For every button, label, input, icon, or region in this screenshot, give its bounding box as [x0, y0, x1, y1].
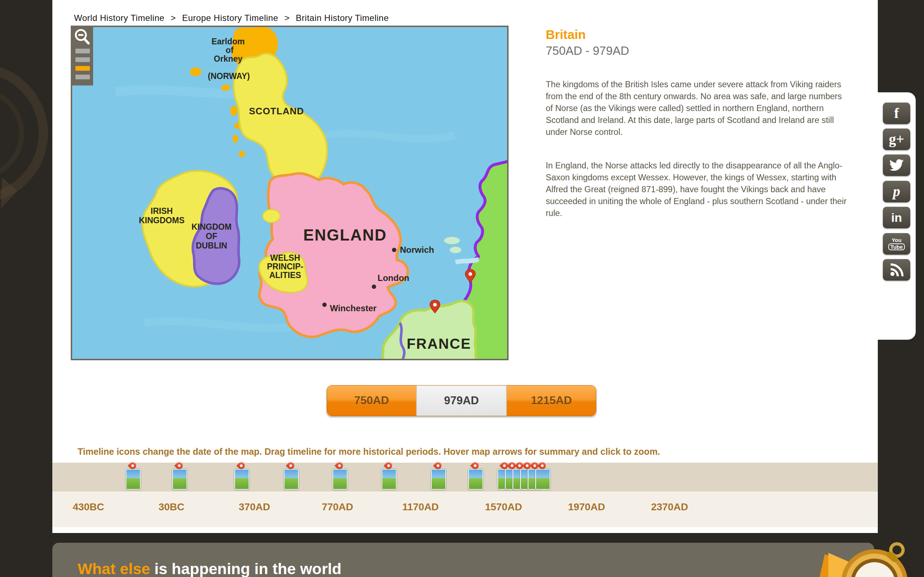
timeline-date: 1570AD: [478, 501, 529, 513]
breadcrumb: World History Timeline > Europe History …: [74, 13, 389, 23]
map-label-scotland: SCOTLAND: [249, 106, 304, 116]
timeline-date: 770AD: [312, 501, 363, 513]
zoom-level-bar[interactable]: [76, 49, 90, 53]
svg-text:Orkney: Orkney: [214, 54, 242, 63]
zoom-level-bar[interactable]: [76, 75, 90, 79]
zoom-level-bar[interactable]: [76, 57, 90, 62]
footer-highlight: What else: [78, 560, 150, 577]
timeline-hint: Timeline icons change the date of the ma…: [78, 446, 660, 457]
city-dot-winchester: [322, 303, 327, 307]
breadcrumb-europe[interactable]: Europe History Timeline: [182, 13, 278, 23]
map-zoom-control: [72, 27, 93, 85]
timeline-map-icon[interactable]: [381, 469, 397, 490]
breadcrumb-britain[interactable]: Britain History Timeline: [296, 13, 389, 23]
svg-text:DUBLIN: DUBLIN: [196, 241, 228, 250]
footer-heading: What else is happening in the world: [78, 560, 341, 577]
timeline-map-icon[interactable]: [172, 469, 187, 490]
margin-compass-decoration: [0, 36, 52, 259]
history-map[interactable]: Earldom of Orkney (NORWAY) SCOTLAND IRIS…: [71, 26, 509, 360]
map-canvas: Earldom of Orkney (NORWAY) SCOTLAND IRIS…: [72, 27, 507, 359]
rss-icon[interactable]: [883, 259, 910, 280]
svg-text:KINGDOMS: KINGDOMS: [139, 216, 185, 225]
timeline-date: 370AD: [229, 501, 280, 513]
footer-panel: What else is happening in the world: [52, 543, 874, 577]
map-label-norway: (NORWAY): [208, 71, 250, 81]
footer-rest: is happening in the world: [150, 560, 341, 577]
facebook-icon[interactable]: f: [883, 102, 910, 124]
twitter-bird-icon: [888, 159, 905, 171]
zoom-out-icon[interactable]: [72, 27, 93, 47]
period-button-979ad-selected[interactable]: 979AD: [416, 385, 507, 416]
timeline-map-icon[interactable]: [333, 469, 347, 490]
compass-illustration: [778, 540, 924, 577]
breadcrumb-separator: >: [284, 13, 290, 23]
youtube-icon[interactable]: You Tube: [883, 233, 910, 255]
timeline-date: 1170AD: [395, 501, 446, 513]
map-label-england: ENGLAND: [303, 226, 387, 244]
timeline-date: 430BC: [63, 501, 114, 513]
rss-waves-icon: [889, 263, 904, 276]
timeline-map-icon-cluster[interactable]: [535, 469, 551, 490]
map-label-france: FRANCE: [407, 336, 472, 351]
breadcrumb-separator: >: [171, 13, 176, 23]
period-button-group: 750AD 979AD 1215AD: [327, 385, 596, 416]
period-button-750ad[interactable]: 750AD: [327, 385, 416, 416]
linkedin-icon[interactable]: in: [883, 206, 910, 228]
map-label-welsh-principalities: WELSH: [270, 253, 300, 263]
city-label-london: London: [378, 273, 409, 283]
city-label-winchester: Winchester: [330, 303, 376, 313]
timeline-date: 30BC: [146, 501, 197, 513]
timeline-map-icon[interactable]: [468, 469, 483, 490]
svg-text:PRINCIP-: PRINCIP-: [267, 262, 304, 271]
description-paragraph: The kingdoms of the British Isles came u…: [546, 79, 849, 138]
zoom-level-bar-active[interactable]: [76, 66, 90, 71]
timeline-map-icon[interactable]: [234, 469, 249, 490]
breadcrumb-world[interactable]: World History Timeline: [74, 13, 165, 23]
map-label-kingdom-of-dublin: KINGDOM: [191, 222, 231, 232]
svg-text:OF: OF: [206, 232, 217, 241]
map-label-irish-kingdoms: IRISH: [150, 206, 173, 216]
timeline-map-icon[interactable]: [431, 469, 446, 490]
timeline-map-icon[interactable]: [284, 469, 299, 490]
city-label-norwich: Norwich: [400, 245, 434, 255]
timeline-date: 2370AD: [644, 501, 695, 513]
svg-text:ALITIES: ALITIES: [269, 271, 301, 280]
social-sidebar: f g+ p in You Tube: [878, 92, 916, 340]
map-label-orkney: Earldom: [212, 37, 245, 46]
period-range: 750AD - 979AD: [546, 44, 629, 58]
timeline-date: 1970AD: [561, 501, 612, 513]
page-title: Britain: [546, 27, 586, 42]
pinterest-icon[interactable]: p: [883, 181, 910, 202]
description-paragraph: In England, the Norse attacks led direct…: [546, 160, 849, 219]
timeline-map-icon[interactable]: [126, 469, 141, 490]
city-dot-london: [372, 285, 376, 289]
page: World History Timeline > Europe History …: [0, 0, 924, 577]
city-dot-norwich: [392, 248, 396, 252]
google-plus-icon[interactable]: g+: [883, 128, 910, 150]
twitter-icon[interactable]: [883, 154, 910, 176]
period-button-1215ad[interactable]: 1215AD: [507, 385, 596, 416]
svg-text:of: of: [226, 45, 234, 55]
